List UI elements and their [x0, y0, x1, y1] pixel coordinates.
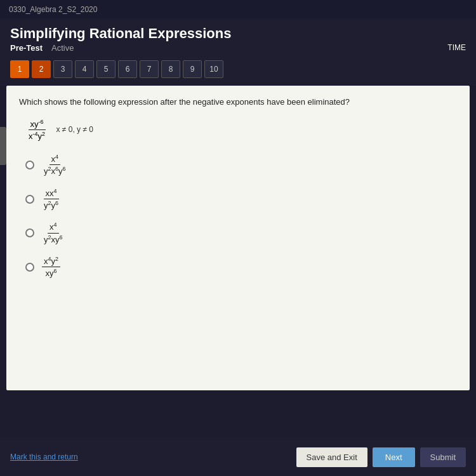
submit-button[interactable]: Submit [420, 447, 466, 467]
nav-btn-7[interactable]: 7 [140, 60, 159, 78]
option-c: x4 y2xy6 [25, 221, 457, 244]
action-buttons: Save and Exit Next Submit [296, 447, 466, 467]
main-content: Which shows the following expression aft… [6, 86, 470, 390]
nav-btn-5[interactable]: 5 [96, 60, 116, 78]
bottom-bar: Mark this and return Save and Exit Next … [0, 438, 476, 476]
nav-btn-2[interactable]: 2 [32, 60, 51, 78]
option-d: x4y2 xy6 [25, 256, 457, 279]
radio-d[interactable] [25, 263, 34, 272]
mark-return-link[interactable]: Mark this and return [10, 453, 296, 461]
option-d-expr: x4y2 xy6 [41, 256, 62, 279]
top-bar: 0330_Algebra 2_S2_2020 [0, 0, 476, 19]
timer-label: TIME [447, 43, 466, 52]
nav-btn-8[interactable]: 8 [161, 60, 180, 78]
given-expression: xy-6 x-4y2 x ≠ 0, y ≠ 0 [19, 119, 457, 142]
nav-btn-10[interactable]: 10 [204, 60, 223, 78]
nav-btn-3[interactable]: 3 [53, 60, 72, 78]
nav-btn-4[interactable]: 4 [75, 60, 94, 78]
given-denominator: x-4y2 [27, 130, 47, 141]
screen: 0330_Algebra 2_S2_2020 Simplifying Ratio… [0, 0, 476, 476]
header-section: Simplifying Rational Expressions Pre-Tes… [0, 19, 476, 86]
option-c-expr: x4 y2xy6 [41, 221, 66, 244]
question-text: Which shows the following expression aft… [19, 96, 457, 109]
option-b-expr: xx4 y2y6 [41, 188, 62, 211]
status-label: Active [51, 43, 74, 53]
options-list: x4 y2x6y6 xx4 y2y6 x4 [19, 154, 457, 279]
next-button[interactable]: Next [373, 447, 415, 467]
radio-b[interactable] [25, 195, 34, 204]
given-fraction: xy-6 x-4y2 [27, 119, 47, 142]
nav-btn-9[interactable]: 9 [183, 60, 202, 78]
nav-btn-1[interactable]: 1 [10, 60, 29, 78]
option-a: x4 y2x6y6 [25, 154, 457, 176]
radio-a[interactable] [25, 161, 34, 169]
pretest-label: Pre-Test [10, 43, 43, 53]
save-exit-button[interactable]: Save and Exit [296, 447, 367, 467]
option-a-expr: x4 y2x6y6 [41, 154, 69, 176]
given-constraint: x ≠ 0, y ≠ 0 [56, 125, 93, 134]
course-label: 0330_Algebra 2_S2_2020 [9, 5, 97, 14]
page-title: Simplifying Rational Expressions [10, 25, 466, 42]
option-b: xx4 y2y6 [25, 188, 457, 211]
left-tab [0, 127, 6, 165]
given-numerator: xy-6 [29, 119, 46, 130]
question-navigation: 1 2 3 4 5 6 7 8 9 10 TIME [10, 58, 466, 82]
radio-c[interactable] [25, 228, 34, 237]
nav-btn-6[interactable]: 6 [118, 60, 137, 78]
